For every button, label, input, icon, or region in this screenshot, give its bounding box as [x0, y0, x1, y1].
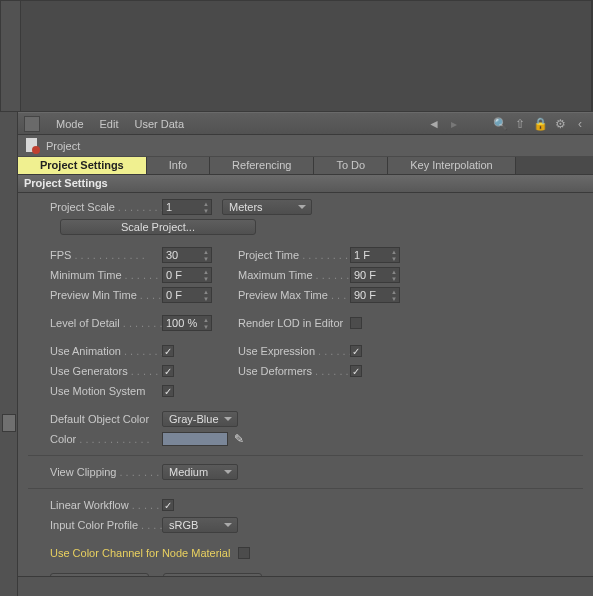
- panel-icon[interactable]: [24, 116, 40, 132]
- project-icon: [24, 138, 40, 154]
- rail-thumb-icon[interactable]: [2, 414, 16, 432]
- section-header: Project Settings: [18, 175, 593, 193]
- gear-icon[interactable]: ⚙: [553, 117, 567, 131]
- linear-wf-checkbox[interactable]: ✓: [162, 499, 174, 511]
- viewport-main[interactable]: [21, 1, 592, 111]
- use-generators-label: Use Generators: [50, 365, 162, 377]
- color-picker-icon[interactable]: ✎: [234, 432, 244, 446]
- tab-project-settings[interactable]: Project Settings: [18, 157, 147, 174]
- menu-edit[interactable]: Edit: [92, 118, 127, 130]
- tab-referencing[interactable]: Referencing: [210, 157, 314, 174]
- nav-back-icon[interactable]: ◄: [427, 117, 441, 131]
- search-icon[interactable]: 🔍: [493, 117, 507, 131]
- use-expression-label: Use Expression: [238, 345, 350, 357]
- bottom-strip: [18, 576, 593, 596]
- input-profile-dropdown[interactable]: sRGB: [162, 517, 238, 533]
- tab-key-interpolation[interactable]: Key Interpolation: [388, 157, 516, 174]
- color-channel-label: Use Color Channel for Node Material: [50, 547, 230, 559]
- preview-max-label: Preview Max Time: [238, 289, 350, 301]
- lod-label: Level of Detail: [50, 317, 162, 329]
- color-channel-checkbox[interactable]: [238, 547, 250, 559]
- use-animation-checkbox[interactable]: ✓: [162, 345, 174, 357]
- breadcrumb: Project: [18, 135, 593, 157]
- fps-label: FPS: [50, 249, 162, 261]
- render-lod-checkbox[interactable]: [350, 317, 362, 329]
- tab-info[interactable]: Info: [147, 157, 210, 174]
- lock-icon[interactable]: 🔒: [533, 117, 547, 131]
- render-lod-label: Render LOD in Editor: [238, 317, 350, 329]
- view-clipping-dropdown[interactable]: Medium: [162, 464, 238, 480]
- viewport-region: [0, 0, 593, 112]
- use-deformers-checkbox[interactable]: ✓: [350, 365, 362, 377]
- attribute-manager-panel: Mode Edit User Data ◄ ▸ 🔍 ⇧ 🔒 ⚙ ‹ Projec…: [18, 112, 593, 596]
- preview-max-field[interactable]: 90 F▲▼: [350, 287, 400, 303]
- linear-wf-label: Linear Workflow: [50, 499, 162, 511]
- default-color-label: Default Object Color: [50, 413, 162, 425]
- preview-min-label: Preview Min Time: [50, 289, 162, 301]
- chevron-left-icon[interactable]: ‹: [573, 117, 587, 131]
- up-arrow-icon[interactable]: ⇧: [513, 117, 527, 131]
- fps-field[interactable]: 30▲▼: [162, 247, 212, 263]
- default-color-dropdown[interactable]: Gray-Blue: [162, 411, 238, 427]
- project-scale-units-dropdown[interactable]: Meters: [222, 199, 312, 215]
- view-clipping-label: View Clipping: [50, 466, 162, 478]
- tab-todo[interactable]: To Do: [314, 157, 388, 174]
- settings-content: Project Scale 1▲▼ Meters Scale Project..…: [18, 193, 593, 596]
- use-expression-checkbox[interactable]: ✓: [350, 345, 362, 357]
- color-label: Color: [50, 433, 162, 445]
- left-rail: [0, 112, 18, 596]
- use-motion-checkbox[interactable]: ✓: [162, 385, 174, 397]
- project-scale-field[interactable]: 1▲▼: [162, 199, 212, 215]
- use-animation-label: Use Animation: [50, 345, 162, 357]
- nav-fwd-icon[interactable]: ▸: [447, 117, 461, 131]
- min-time-field[interactable]: 0 F▲▼: [162, 267, 212, 283]
- scale-project-button[interactable]: Scale Project...: [60, 219, 256, 235]
- project-scale-label: Project Scale: [50, 201, 162, 213]
- menu-mode[interactable]: Mode: [48, 118, 92, 130]
- input-profile-label: Input Color Profile: [50, 519, 162, 531]
- viewport-left-gutter: [1, 1, 21, 111]
- min-time-label: Minimum Time: [50, 269, 162, 281]
- breadcrumb-title: Project: [46, 140, 80, 152]
- use-motion-label: Use Motion System: [50, 385, 162, 397]
- max-time-field[interactable]: 90 F▲▼: [350, 267, 400, 283]
- tabs: Project Settings Info Referencing To Do …: [18, 157, 593, 175]
- lod-field[interactable]: 100 %▲▼: [162, 315, 212, 331]
- use-deformers-label: Use Deformers: [238, 365, 350, 377]
- max-time-label: Maximum Time: [238, 269, 350, 281]
- project-time-field[interactable]: 1 F▲▼: [350, 247, 400, 263]
- preview-min-field[interactable]: 0 F▲▼: [162, 287, 212, 303]
- color-swatch[interactable]: [162, 432, 228, 446]
- use-generators-checkbox[interactable]: ✓: [162, 365, 174, 377]
- menubar: Mode Edit User Data ◄ ▸ 🔍 ⇧ 🔒 ⚙ ‹: [18, 113, 593, 135]
- menu-userdata[interactable]: User Data: [127, 118, 193, 130]
- project-time-label: Project Time: [238, 249, 350, 261]
